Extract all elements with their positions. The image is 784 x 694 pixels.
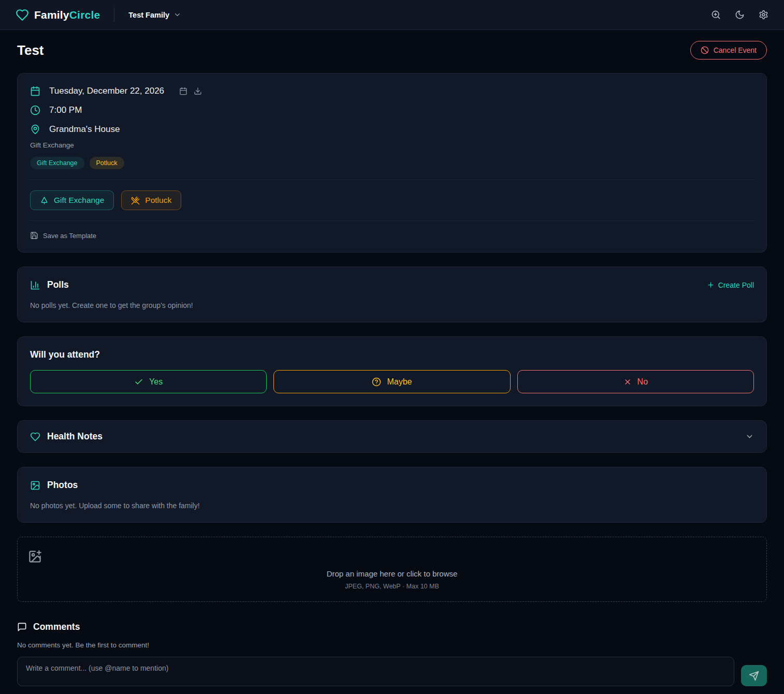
bar-chart-icon xyxy=(30,280,40,290)
zoom-in-icon[interactable] xyxy=(711,10,721,20)
event-time-row: 7:00 PM xyxy=(30,105,754,115)
x-icon xyxy=(623,378,632,386)
event-feature-buttons: Gift Exchange Potluck xyxy=(30,190,754,210)
download-icon[interactable] xyxy=(194,87,202,95)
image-dropzone[interactable]: Drop an image here or click to browse JP… xyxy=(17,537,767,602)
map-pin-icon xyxy=(30,124,40,135)
rsvp-card: Will you attend? Yes Maybe No xyxy=(17,336,767,406)
image-plus-icon xyxy=(28,550,756,564)
header-actions xyxy=(711,10,768,20)
photos-empty-message: No photos yet. Upload some to share with… xyxy=(30,501,754,510)
comment-input[interactable] xyxy=(17,657,734,686)
heart-logo-icon xyxy=(16,8,29,22)
event-time: 7:00 PM xyxy=(49,105,82,115)
event-date-row: Tuesday, December 22, 2026 xyxy=(30,86,754,96)
cancel-event-label: Cancel Event xyxy=(714,46,757,54)
ban-icon xyxy=(701,46,709,54)
photos-title: Photos xyxy=(47,480,78,491)
family-selector[interactable]: Test Family xyxy=(128,11,181,19)
comment-input-row xyxy=(17,657,767,686)
chevron-down-icon xyxy=(173,11,181,19)
rsvp-yes-label: Yes xyxy=(149,377,163,387)
page-head: Test Cancel Event xyxy=(17,41,767,60)
brand-logo[interactable]: FamilyCircle xyxy=(16,8,100,22)
event-description: Gift Exchange xyxy=(30,141,754,149)
heart-icon xyxy=(30,432,40,442)
comments-section: Comments No comments yet. Be the first t… xyxy=(17,622,767,686)
rsvp-yes-button[interactable]: Yes xyxy=(30,370,267,393)
add-to-calendar-icon[interactable] xyxy=(179,87,187,95)
divider xyxy=(30,220,754,221)
utensils-crossed-icon xyxy=(131,196,140,205)
health-notes-title: Health Notes xyxy=(47,431,103,442)
save-as-template-button[interactable]: Save as Template xyxy=(30,231,754,240)
tree-icon xyxy=(40,196,49,205)
event-details-card: Tuesday, December 22, 2026 7:00 PM Grand… xyxy=(17,73,767,253)
dropzone-prompt: Drop an image here or click to browse xyxy=(28,569,756,578)
gift-exchange-label: Gift Exchange xyxy=(54,196,104,205)
save-icon xyxy=(30,231,38,240)
save-as-template-label: Save as Template xyxy=(43,232,96,240)
comments-header: Comments xyxy=(17,622,767,632)
date-actions xyxy=(179,87,202,95)
rsvp-maybe-label: Maybe xyxy=(387,377,412,387)
create-poll-label: Create Poll xyxy=(718,281,754,289)
rsvp-question: Will you attend? xyxy=(30,349,754,360)
polls-card: Polls Create Poll No polls yet. Create o… xyxy=(17,267,767,322)
main-content: Test Cancel Event Tuesday, December 22, … xyxy=(0,41,784,686)
page-title: Test xyxy=(17,42,44,58)
calendar-icon xyxy=(30,86,40,96)
polls-empty-message: No polls yet. Create one to get the grou… xyxy=(30,301,754,309)
gear-icon[interactable] xyxy=(759,10,768,20)
photos-card: Photos No photos yet. Upload some to sha… xyxy=(17,467,767,523)
rsvp-no-label: No xyxy=(637,377,648,387)
polls-title: Polls xyxy=(47,279,69,290)
moon-icon[interactable] xyxy=(735,10,745,20)
event-date: Tuesday, December 22, 2026 xyxy=(49,86,164,96)
image-icon xyxy=(30,480,40,491)
top-navbar: FamilyCircle Test Family xyxy=(0,0,784,30)
send-comment-button[interactable] xyxy=(741,665,767,686)
header-divider xyxy=(114,8,114,22)
comments-title: Comments xyxy=(33,622,80,632)
tag-potluck: Potluck xyxy=(90,157,124,169)
divider xyxy=(30,180,754,180)
comments-empty-message: No comments yet. Be the first to comment… xyxy=(17,641,767,649)
event-location-row: Grandma's House xyxy=(30,124,754,135)
chevron-down-icon[interactable] xyxy=(745,432,754,441)
event-location: Grandma's House xyxy=(49,124,120,135)
event-tags: Gift Exchange Potluck xyxy=(30,157,754,169)
health-notes-card[interactable]: Health Notes xyxy=(17,420,767,453)
help-circle-icon xyxy=(372,377,381,387)
rsvp-no-button[interactable]: No xyxy=(517,370,754,393)
create-poll-button[interactable]: Create Poll xyxy=(707,281,754,289)
potluck-button[interactable]: Potluck xyxy=(121,190,181,210)
cancel-event-button[interactable]: Cancel Event xyxy=(690,41,767,60)
polls-header: Polls Create Poll xyxy=(30,279,754,290)
tag-gift-exchange: Gift Exchange xyxy=(30,157,84,169)
family-selector-label: Test Family xyxy=(128,11,169,19)
potluck-label: Potluck xyxy=(145,196,171,205)
dropzone-formats: JPEG, PNG, WebP · Max 10 MB xyxy=(28,583,756,590)
message-square-icon xyxy=(17,622,27,632)
clock-icon xyxy=(30,105,40,115)
gift-exchange-button[interactable]: Gift Exchange xyxy=(30,190,114,210)
rsvp-options: Yes Maybe No xyxy=(30,370,754,393)
rsvp-maybe-button[interactable]: Maybe xyxy=(273,370,510,393)
send-icon xyxy=(749,671,759,681)
brand-name: FamilyCircle xyxy=(34,9,100,21)
check-icon xyxy=(134,377,143,387)
plus-icon xyxy=(707,281,715,289)
